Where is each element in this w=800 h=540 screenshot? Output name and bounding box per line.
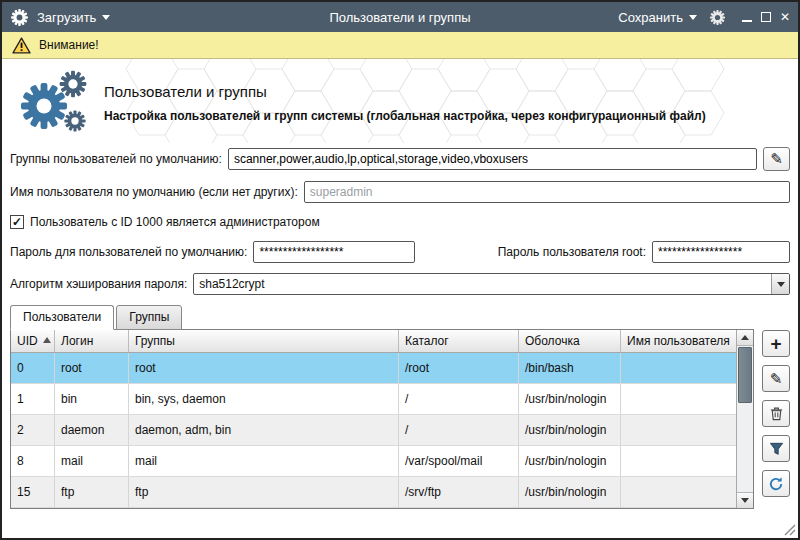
- warning-banner: Внимание!: [2, 32, 798, 59]
- page-title: Пользователи и группы: [104, 83, 706, 100]
- users-table-panel: UID Логин Группы Каталог Оболочка Имя по…: [10, 329, 754, 509]
- plus-icon: +: [770, 335, 781, 353]
- window-title: Пользователи и группы: [230, 10, 570, 25]
- resize-grip[interactable]: [783, 523, 796, 536]
- users-table: UID Логин Группы Каталог Оболочка Имя по…: [11, 330, 736, 508]
- app-window: Загрузить Пользователи и группы Сохранит…: [0, 0, 800, 540]
- triangle-down-icon: [741, 498, 749, 503]
- warning-text: Внимание!: [39, 38, 99, 52]
- delete-user-button[interactable]: [762, 400, 790, 427]
- admin-id-checkbox[interactable]: ✓: [10, 215, 24, 229]
- root-password-input[interactable]: [652, 241, 790, 263]
- scrollbar-thumb[interactable]: [738, 347, 752, 403]
- refresh-button[interactable]: [762, 470, 790, 497]
- chevron-down-icon: [102, 15, 110, 20]
- table-row[interactable]: 8 mail mail /var/spool/mail /usr/bin/nol…: [11, 446, 736, 477]
- default-password-label: Пароль для пользователей по умолчанию:: [10, 245, 247, 259]
- chevron-down-icon: [777, 282, 785, 287]
- hash-algorithm-select[interactable]: sha512crypt: [193, 273, 790, 295]
- admin-id-checkbox-label: Пользователь с ID 1000 является админист…: [30, 215, 320, 229]
- root-password-label: Пароль пользователя root:: [498, 245, 646, 259]
- gears-icon: [16, 69, 88, 137]
- filter-button[interactable]: [762, 435, 790, 462]
- tab-users[interactable]: Пользователи: [10, 305, 114, 330]
- load-button[interactable]: Загрузить: [37, 10, 110, 25]
- edit-user-button[interactable]: ✎: [762, 365, 790, 392]
- add-user-button[interactable]: +: [762, 330, 790, 357]
- table-row[interactable]: 15 ftp ftp /srv/ftp /usr/bin/nologin: [11, 477, 736, 508]
- default-groups-label: Группы пользователей по умолчанию:: [10, 152, 222, 166]
- column-header-groups[interactable]: Группы: [129, 330, 399, 352]
- scroll-down-button[interactable]: [737, 492, 753, 508]
- titlebar: Загрузить Пользователи и группы Сохранит…: [2, 2, 798, 32]
- app-gear-icon: [10, 8, 29, 27]
- edit-groups-button[interactable]: ✎: [763, 147, 790, 171]
- page-subtitle: Настройка пользователей и групп системы …: [104, 109, 706, 123]
- pencil-icon: ✎: [770, 150, 783, 168]
- warning-icon: [12, 37, 31, 54]
- table-row[interactable]: 0 root root /root /bin/bash: [11, 353, 736, 384]
- pencil-icon: ✎: [770, 370, 783, 388]
- chevron-down-icon: [689, 15, 697, 20]
- triangle-up-icon: [741, 335, 749, 340]
- save-button-label: Сохранить: [618, 10, 683, 25]
- sort-ascending-icon: [43, 337, 51, 343]
- page-header: Пользователи и группы Настройка пользова…: [2, 59, 798, 143]
- close-icon[interactable]: ✕: [780, 11, 790, 23]
- refresh-icon: [768, 476, 784, 492]
- table-header-row: UID Логин Группы Каталог Оболочка Имя по…: [11, 330, 736, 353]
- table-toolbar: + ✎: [762, 330, 790, 497]
- default-groups-input[interactable]: [228, 148, 757, 170]
- column-header-dir[interactable]: Каталог: [399, 330, 519, 352]
- scroll-up-button[interactable]: [737, 330, 753, 346]
- load-button-label: Загрузить: [37, 10, 96, 25]
- combo-arrow-button[interactable]: [771, 274, 789, 294]
- default-username-label: Имя пользователя по умолчанию (если нет …: [10, 185, 298, 199]
- table-row[interactable]: 2 daemon daemon, adm, bin / /usr/bin/nol…: [11, 415, 736, 446]
- tab-groups[interactable]: Группы: [116, 305, 182, 330]
- column-header-uid[interactable]: UID: [11, 330, 55, 352]
- table-row[interactable]: 1 bin bin, sys, daemon / /usr/bin/nologi…: [11, 384, 736, 415]
- default-password-input[interactable]: [253, 241, 415, 263]
- funnel-icon: [769, 441, 784, 456]
- hash-algorithm-value: sha512crypt: [194, 274, 771, 294]
- maximize-icon[interactable]: [761, 12, 771, 22]
- trash-icon: [769, 406, 784, 421]
- column-header-login[interactable]: Логин: [55, 330, 129, 352]
- hash-algorithm-label: Алгоритм хэширования пароля:: [10, 277, 187, 291]
- checkmark-icon: ✓: [12, 216, 22, 228]
- column-header-shell[interactable]: Оболочка: [519, 330, 621, 352]
- settings-gear-icon[interactable]: [709, 9, 726, 26]
- default-username-input[interactable]: [304, 181, 790, 203]
- minimize-icon[interactable]: [742, 20, 752, 22]
- vertical-scrollbar[interactable]: [736, 330, 753, 508]
- column-header-name[interactable]: Имя пользователя: [621, 330, 736, 352]
- save-button[interactable]: Сохранить: [618, 10, 697, 25]
- tab-bar: Пользователи Группы: [10, 305, 790, 330]
